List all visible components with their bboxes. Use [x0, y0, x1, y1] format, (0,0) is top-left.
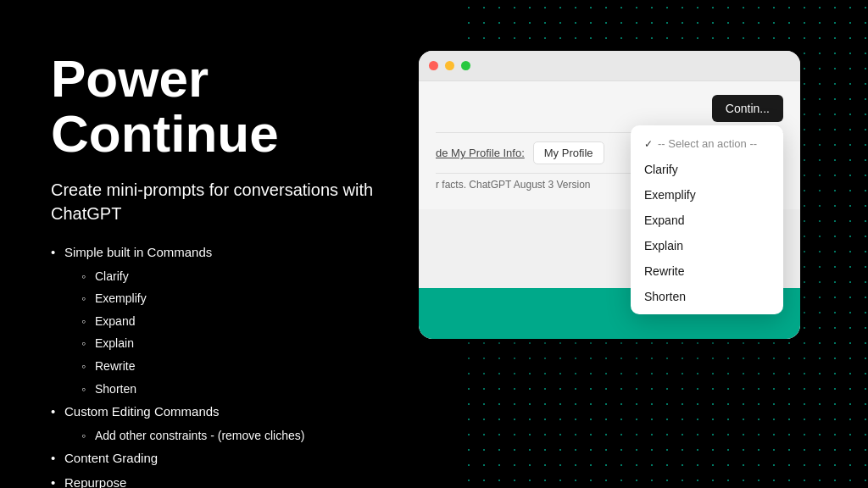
dropdown-item-shorten[interactable]: Shorten: [631, 284, 783, 309]
feature-label: Repurpose: [64, 475, 126, 488]
feature-label: Simple built in Commands: [64, 245, 212, 259]
app-content: Contin... ✓ -- Select an action -- Clari…: [419, 81, 800, 209]
list-item: Repurpose Turn it into a LinkedIn post: [51, 471, 407, 488]
list-item: Custom Editing Commands Add other constr…: [51, 400, 407, 446]
check-icon: ✓: [644, 138, 653, 150]
dropdown-item-rewrite[interactable]: Rewrite: [631, 258, 783, 284]
list-item: Add other constraints - (remove cliches): [81, 424, 407, 447]
continue-row: Contin... ✓ -- Select an action -- Clari…: [436, 95, 783, 122]
list-item: Exemplify: [81, 287, 407, 310]
maximize-dot: [461, 61, 470, 70]
hero-title-line1: Power: [51, 49, 209, 108]
action-dropdown: ✓ -- Select an action -- Clarify Exempli…: [631, 125, 783, 314]
sub-list: Clarify Exemplify Expand Explain Rewrite…: [64, 265, 407, 401]
feature-label: Custom Editing Commands: [64, 404, 220, 419]
subtitle: Create mini-prompts for conversations wi…: [51, 178, 407, 225]
list-item: Shorten: [81, 378, 407, 401]
hero-title: Power Continue: [51, 51, 407, 161]
features-list: Simple built in Commands Clarify Exempli…: [51, 241, 407, 488]
feature-label: Content Grading: [64, 451, 158, 465]
dropdown-header: ✓ -- Select an action --: [631, 130, 783, 157]
list-item: Explain: [81, 332, 407, 355]
profile-text: de My Profile Info:: [436, 147, 525, 159]
app-card: Contin... ✓ -- Select an action -- Clari…: [419, 51, 800, 339]
dropdown-item-exemplify[interactable]: Exemplify: [631, 182, 783, 208]
continue-button[interactable]: Contin...: [712, 95, 783, 122]
my-profile-button[interactable]: My Profile: [533, 141, 604, 164]
dropdown-item-expand[interactable]: Expand: [631, 208, 783, 233]
dropdown-item-explain[interactable]: Explain: [631, 233, 783, 258]
close-dot: [429, 61, 438, 70]
list-item: Rewrite: [81, 355, 407, 378]
hero-title-line2: Continue: [51, 104, 279, 163]
content-grading-item: Content Grading: [51, 446, 407, 471]
minimize-dot: [445, 61, 454, 70]
sub-list: Add other constraints - (remove cliches): [64, 424, 407, 447]
app-topbar: [419, 51, 800, 81]
dropdown-item-clarify[interactable]: Clarify: [631, 157, 783, 182]
dropdown-header-label: -- Select an action --: [658, 137, 757, 150]
app-screenshot: Contin... ✓ -- Select an action -- Clari…: [419, 51, 800, 339]
list-item: Clarify: [81, 265, 407, 288]
chatgpt-link[interactable]: r facts. ChatGPT August 3 Version: [436, 179, 591, 191]
list-item: Expand: [81, 310, 407, 333]
list-item: Simple built in Commands Clarify Exempli…: [51, 241, 407, 400]
left-panel: Power Continue Create mini-prompts for c…: [51, 51, 407, 488]
